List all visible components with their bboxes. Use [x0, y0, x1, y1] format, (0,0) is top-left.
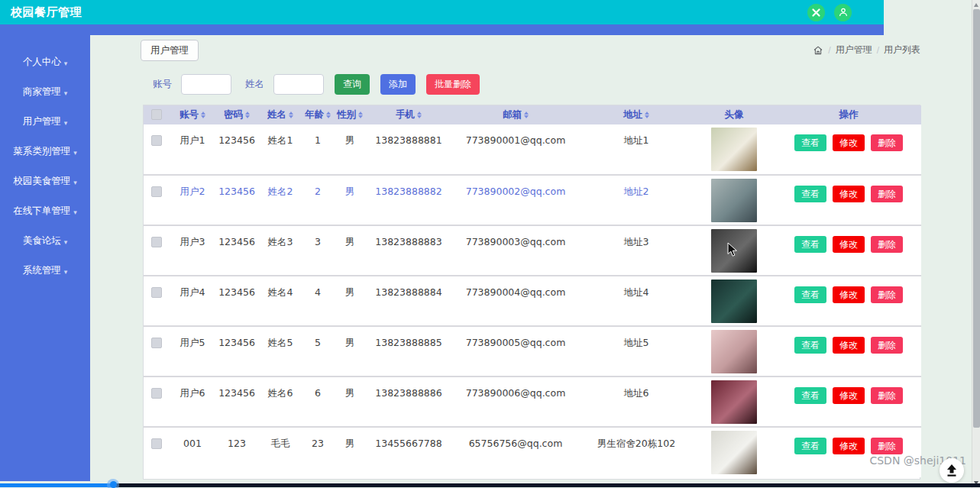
breadcrumb-separator: /: [828, 46, 830, 54]
edit-button[interactable]: 修改: [833, 186, 865, 202]
sidebar-item-user-management[interactable]: 用户管理▾: [0, 107, 90, 137]
column-header-email[interactable]: 邮箱: [503, 108, 522, 121]
column-header-password[interactable]: 密码: [224, 108, 243, 121]
user-table-card: 账号 密码 姓名 年龄 性别 手机 邮箱 地址 头像 操作: [143, 105, 920, 480]
view-button[interactable]: 查看: [794, 387, 826, 404]
row-checkbox[interactable]: [151, 388, 162, 399]
delete-button[interactable]: 删除: [871, 286, 903, 303]
row-checkbox[interactable]: [151, 338, 162, 348]
view-button[interactable]: 查看: [794, 438, 826, 454]
home-icon[interactable]: [813, 45, 823, 56]
cell-address: 地址3: [581, 225, 692, 276]
video-progress-bar[interactable]: [0, 483, 980, 487]
cell-account: 用户2: [170, 175, 215, 225]
select-all-checkbox[interactable]: [151, 109, 162, 120]
breadcrumb-user-management[interactable]: 用户管理: [836, 44, 872, 57]
cell-address: 地址2: [581, 175, 692, 225]
sidebar-item-online-order[interactable]: 在线下单管理▾: [0, 196, 90, 226]
row-checkbox[interactable]: [151, 186, 162, 197]
sort-icon[interactable]: [645, 111, 649, 118]
sidebar: 个人中心▾ 商家管理▾ 用户管理▾ 菜系类别管理▾ 校园美食管理▾ 在线下单管理…: [0, 35, 90, 481]
video-progress-handle[interactable]: [110, 481, 117, 488]
column-header-address[interactable]: 地址: [623, 108, 642, 121]
chevron-down-icon: ▾: [64, 89, 68, 97]
sort-icon[interactable]: [358, 111, 363, 118]
scrollbar-up-icon[interactable]: [974, 3, 978, 7]
cell-password: 123456: [215, 225, 258, 276]
cell-name: 毛毛: [258, 427, 302, 477]
sidebar-item-merchant-management[interactable]: 商家管理▾: [0, 77, 90, 107]
table-row: 用户5 123456 姓名5 5 男 13823888885 773890005…: [144, 326, 921, 377]
edit-button[interactable]: 修改: [833, 286, 865, 303]
avatar: [711, 431, 757, 474]
column-header-gender[interactable]: 性别: [337, 108, 356, 121]
search-button[interactable]: 查询: [335, 74, 370, 95]
sort-icon[interactable]: [326, 111, 331, 118]
cell-address: 男生宿舍20栋102: [581, 427, 692, 477]
delete-button[interactable]: 删除: [871, 438, 903, 454]
edit-button[interactable]: 修改: [833, 134, 865, 151]
delete-button[interactable]: 删除: [871, 337, 903, 354]
sort-icon[interactable]: [201, 111, 205, 118]
edit-button[interactable]: 修改: [833, 387, 865, 404]
cell-email: 773890001@qq.com: [451, 124, 581, 175]
cell-password: 123456: [215, 377, 258, 427]
batch-delete-button[interactable]: 批量删除: [426, 74, 480, 95]
delete-button[interactable]: 删除: [871, 236, 903, 253]
column-header-name[interactable]: 姓名: [267, 108, 286, 121]
profile-button[interactable]: [834, 4, 852, 21]
edit-button[interactable]: 修改: [833, 236, 865, 253]
vertical-scrollbar[interactable]: [972, 0, 980, 488]
cell-password: 123456: [215, 326, 258, 377]
edit-button[interactable]: 修改: [833, 337, 865, 354]
view-button[interactable]: 查看: [794, 236, 826, 253]
chevron-down-icon: ▾: [64, 60, 68, 67]
name-input[interactable]: [273, 74, 324, 95]
sidebar-item-personal-center[interactable]: 个人中心▾: [0, 47, 90, 77]
video-progress-fill: [0, 483, 113, 487]
column-header-account[interactable]: 账号: [180, 108, 199, 121]
delete-button[interactable]: 删除: [871, 134, 903, 151]
table-row: 用户4 123456 姓名4 4 男 13823888884 773890004…: [144, 276, 921, 326]
delete-button[interactable]: 删除: [871, 186, 903, 202]
sidebar-item-campus-food[interactable]: 校园美食管理▾: [0, 166, 90, 196]
view-button[interactable]: 查看: [794, 337, 826, 354]
cell-phone: 13823888881: [367, 124, 451, 175]
table-header-row: 账号 密码 姓名 年龄 性别 手机 邮箱 地址 头像 操作: [144, 105, 921, 124]
edit-button[interactable]: 修改: [833, 438, 865, 454]
row-checkbox[interactable]: [151, 135, 162, 146]
row-checkbox[interactable]: [151, 287, 162, 298]
scroll-to-top-button[interactable]: [940, 458, 964, 483]
add-button[interactable]: 添加: [380, 74, 416, 95]
sidebar-item-cuisine-category[interactable]: 菜系类别管理▾: [0, 137, 90, 166]
cell-email: 773890003@qq.com: [451, 225, 581, 276]
breadcrumb-separator: /: [877, 46, 879, 54]
breadcrumb-user-list[interactable]: 用户列表: [884, 44, 920, 57]
sort-icon[interactable]: [245, 111, 250, 118]
account-input[interactable]: [181, 74, 231, 95]
cell-phone: 13823888886: [367, 377, 451, 427]
cell-account: 用户5: [170, 326, 215, 377]
avatar: [711, 380, 757, 424]
row-checkbox[interactable]: [151, 237, 162, 247]
close-button[interactable]: [807, 4, 825, 21]
column-header-age[interactable]: 年龄: [305, 108, 324, 121]
close-icon: [812, 8, 820, 17]
sort-icon[interactable]: [417, 111, 422, 118]
column-header-phone[interactable]: 手机: [396, 108, 415, 121]
scrollbar-thumb[interactable]: [973, 9, 980, 428]
view-button[interactable]: 查看: [794, 186, 826, 202]
cell-address: 地址6: [581, 377, 692, 427]
view-button[interactable]: 查看: [794, 286, 826, 303]
breadcrumb: / 用户管理 / 用户列表: [90, 44, 920, 57]
row-checkbox[interactable]: [151, 438, 162, 449]
arrow-up-icon: [946, 464, 958, 477]
sort-icon[interactable]: [289, 111, 293, 118]
sort-icon[interactable]: [524, 111, 529, 118]
sidebar-item-food-forum[interactable]: 美食论坛▾: [0, 226, 90, 256]
column-header-actions: 操作: [839, 108, 859, 120]
delete-button[interactable]: 删除: [871, 387, 903, 404]
cell-phone: 13823888884: [367, 276, 451, 326]
sidebar-item-system-management[interactable]: 系统管理▾: [0, 256, 90, 286]
view-button[interactable]: 查看: [794, 134, 826, 151]
